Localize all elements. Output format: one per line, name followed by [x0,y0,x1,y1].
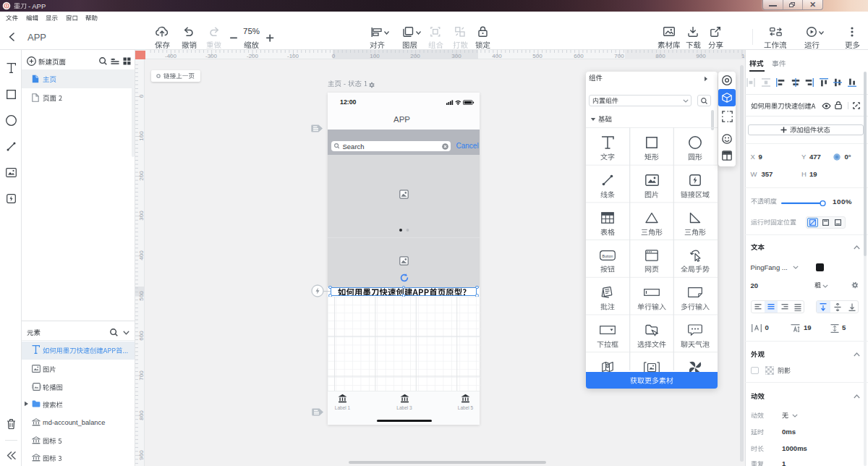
svg-text:500: 500 [532,53,542,59]
svg-text:200: 200 [410,53,420,59]
svg-text:500: 500 [138,291,145,301]
svg-text:900: 900 [696,53,706,59]
svg-text:300: 300 [138,211,145,221]
svg-text:900: 900 [138,450,145,460]
svg-text:0: 0 [138,94,145,98]
svg-text:100: 100 [138,131,145,141]
svg-text:200: 200 [138,171,145,181]
svg-text:600: 600 [574,53,584,59]
svg-text:700: 700 [614,53,624,59]
svg-text:Button: Button [602,253,613,258]
svg-text:-200: -200 [247,53,259,59]
svg-text:600: 600 [138,331,145,341]
svg-text:700: 700 [138,370,145,381]
svg-text:400: 400 [138,250,145,260]
svg-text:0: 0 [332,53,336,59]
svg-text:400: 400 [492,53,502,59]
svg-text:-300: -300 [205,53,218,59]
svg-text:-100: -100 [287,53,299,59]
svg-text:800: 800 [138,410,145,420]
svg-text:-400: -400 [165,53,177,59]
svg-text:800: 800 [655,53,665,59]
svg-text:300: 300 [451,53,461,59]
svg-text:100: 100 [370,53,380,59]
